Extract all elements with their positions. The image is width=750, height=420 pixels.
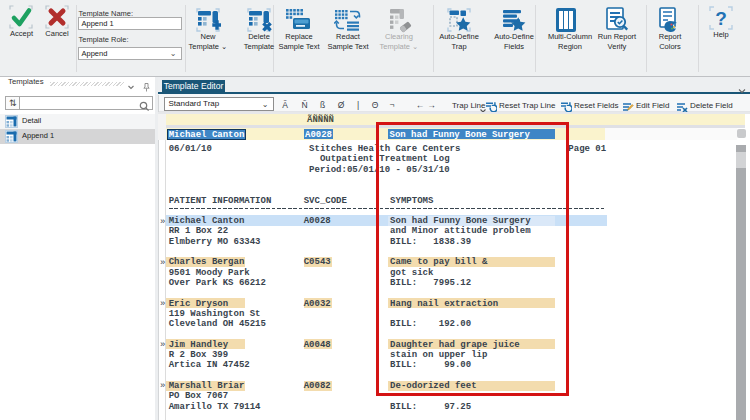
svg-text:?: ? bbox=[715, 8, 727, 29]
